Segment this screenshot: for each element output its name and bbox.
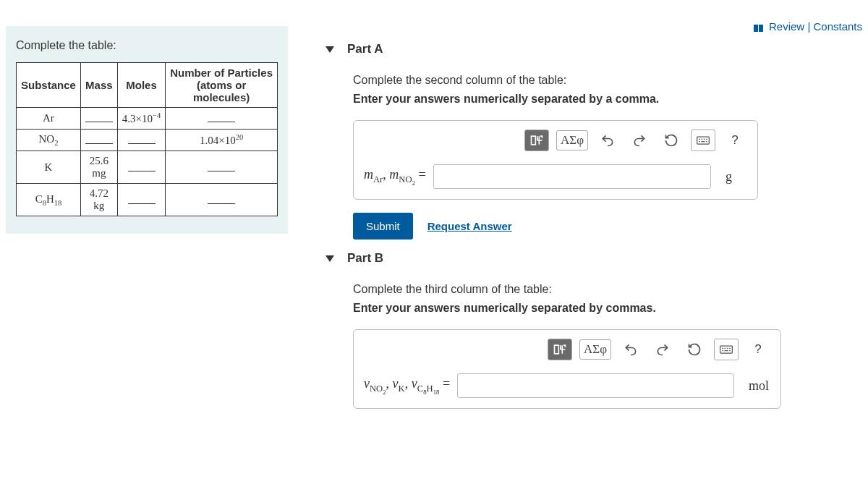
col-mass: Mass bbox=[80, 63, 117, 108]
keyboard-button[interactable] bbox=[691, 130, 715, 151]
review-link[interactable]: Review bbox=[769, 20, 804, 33]
cell-substance: NO2 bbox=[17, 130, 81, 151]
cell-moles: 4.3×10−4 bbox=[117, 108, 165, 130]
greek-button[interactable]: ΑΣφ bbox=[556, 130, 588, 151]
cell-moles bbox=[117, 130, 165, 151]
constants-link[interactable]: Constants bbox=[813, 20, 862, 33]
part-a-instr: Complete the second column of the table: bbox=[353, 74, 861, 87]
svg-rect-1 bbox=[697, 137, 710, 144]
answer-unit-a: g bbox=[726, 169, 747, 185]
cell-moles bbox=[117, 184, 165, 216]
answer-prefix-b: νNO2, νK, νC8H18 = bbox=[364, 376, 450, 395]
undo-button[interactable] bbox=[595, 130, 620, 151]
part-b-header[interactable]: Part B bbox=[326, 251, 861, 266]
svg-rect-2 bbox=[555, 345, 559, 354]
part-b-instr: Complete the third column of the table: bbox=[353, 283, 861, 296]
undo-button[interactable] bbox=[618, 339, 643, 360]
data-table: Substance Mass Moles Number of Particles… bbox=[16, 62, 278, 216]
svg-rect-0 bbox=[532, 136, 536, 145]
col-particles: Number of Particles (atoms or molecules) bbox=[166, 63, 278, 108]
table-row: NO2 1.04×1020 bbox=[17, 130, 278, 151]
table-row: K 25.6mg bbox=[17, 151, 278, 184]
part-a-instr-detail: Enter your answers numerically separated… bbox=[353, 93, 861, 106]
reset-button[interactable] bbox=[682, 339, 707, 360]
col-substance: Substance bbox=[17, 63, 81, 108]
part-a-header[interactable]: Part A bbox=[326, 42, 861, 56]
help-button[interactable]: ? bbox=[746, 339, 770, 360]
reset-button[interactable] bbox=[659, 130, 684, 151]
cell-mass bbox=[80, 108, 117, 130]
templates-button[interactable] bbox=[524, 130, 549, 151]
redo-button[interactable] bbox=[627, 130, 652, 151]
cell-substance: Ar bbox=[17, 108, 81, 130]
submit-button-a[interactable]: Submit bbox=[353, 213, 413, 240]
answer-input-b[interactable] bbox=[457, 373, 734, 398]
keyboard-button[interactable] bbox=[714, 339, 739, 360]
cell-mass: 4.72kg bbox=[80, 184, 117, 216]
book-icon bbox=[754, 22, 764, 34]
cell-particles bbox=[166, 108, 278, 130]
templates-button[interactable] bbox=[548, 339, 572, 360]
part-b-instr-detail: Enter your answers numerically separated… bbox=[353, 302, 861, 315]
answer-box-a: ΑΣφ ? mAr, mNO2 = g bbox=[353, 120, 758, 200]
question-panel: Complete the table: Substance Mass Moles… bbox=[6, 26, 288, 234]
part-title: Part B bbox=[347, 251, 383, 266]
request-answer-a[interactable]: Request Answer bbox=[427, 220, 512, 232]
table-row: C8H18 4.72kg bbox=[17, 184, 278, 216]
col-moles: Moles bbox=[117, 63, 165, 108]
table-row: Ar 4.3×10−4 bbox=[17, 108, 278, 130]
question-prompt: Complete the table: bbox=[16, 39, 278, 52]
cell-moles bbox=[117, 151, 165, 184]
redo-button[interactable] bbox=[650, 339, 675, 360]
help-button[interactable]: ? bbox=[723, 130, 747, 151]
answer-input-a[interactable] bbox=[433, 164, 711, 189]
cell-mass bbox=[80, 130, 117, 151]
collapse-icon bbox=[326, 255, 334, 262]
answer-box-b: ΑΣφ ? νNO2, νK, νC8H18 = mol bbox=[353, 329, 781, 409]
cell-mass: 25.6mg bbox=[80, 151, 117, 184]
collapse-icon bbox=[326, 46, 334, 53]
greek-button[interactable]: ΑΣφ bbox=[579, 339, 611, 360]
cell-particles bbox=[166, 151, 278, 184]
cell-substance: K bbox=[17, 151, 81, 184]
answer-unit-b: mol bbox=[749, 378, 770, 394]
cell-particles: 1.04×1020 bbox=[166, 130, 278, 151]
svg-rect-3 bbox=[720, 346, 733, 353]
cell-substance: C8H18 bbox=[17, 184, 81, 216]
answer-prefix-a: mAr, mNO2 = bbox=[364, 167, 426, 186]
part-title: Part A bbox=[347, 42, 383, 56]
cell-particles bbox=[166, 184, 278, 216]
